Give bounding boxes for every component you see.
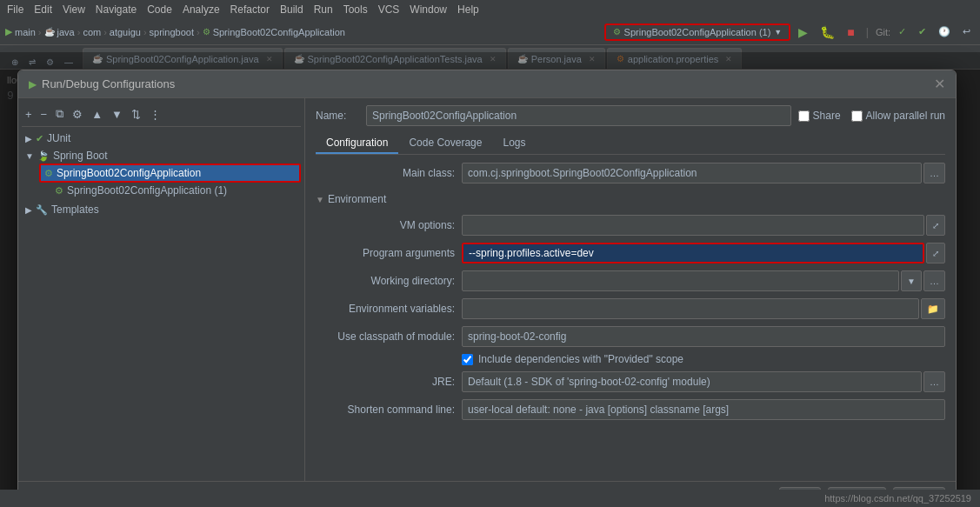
- menu-view[interactable]: View: [63, 3, 85, 16]
- app2-label: SpringBoot02ConfigApplication (1): [67, 184, 227, 197]
- copy-config-button[interactable]: ⧉: [52, 105, 67, 123]
- tree-templates-item[interactable]: ▶ 🔧 Templates: [22, 202, 301, 217]
- debug-button[interactable]: 🐛: [816, 23, 839, 41]
- menu-analyze[interactable]: Analyze: [183, 3, 220, 16]
- sort-button[interactable]: ⇅: [128, 106, 144, 123]
- menu-window[interactable]: Window: [410, 3, 447, 16]
- menu-edit[interactable]: Edit: [34, 3, 52, 16]
- move-up-button[interactable]: ▲: [88, 106, 106, 123]
- config-tree-panel: + − ⧉ ⚙ ▲ ▼ ⇅ ⋮ ▶ ✔ JUnit: [18, 98, 305, 481]
- share-checkbox[interactable]: [798, 110, 810, 122]
- dialog-close-button[interactable]: ✕: [934, 77, 945, 91]
- menu-build[interactable]: Build: [280, 3, 303, 16]
- status-bar: https://blog.csdn.net/qq_37252519: [0, 490, 980, 507]
- run-debug-dialog: ▶ Run/Debug Configurations ✕ + − ⧉ ⚙ ▲ ▼: [17, 70, 957, 507]
- vm-options-expand-button[interactable]: ⤢: [926, 215, 945, 236]
- name-row: Name: Share Allow parallel run: [316, 105, 945, 126]
- working-dir-browse-button[interactable]: …: [923, 270, 945, 291]
- templates-label: Templates: [51, 203, 99, 216]
- program-args-input[interactable]: [462, 243, 924, 264]
- tree-app1-item[interactable]: ⚙ SpringBoot02ConfigApplication: [39, 163, 301, 183]
- menu-navigate[interactable]: Navigate: [96, 3, 137, 16]
- jre-browse-button[interactable]: …: [923, 371, 945, 392]
- program-args-expand-button[interactable]: ⤢: [926, 243, 945, 264]
- menu-run[interactable]: Run: [314, 3, 333, 16]
- tree-app2-item[interactable]: ⚙ SpringBoot02ConfigApplication (1): [39, 183, 301, 198]
- app1-icon: ⚙: [44, 168, 53, 179]
- run-config-label: SpringBoot02ConfigApplication (1): [624, 27, 771, 37]
- git-undo[interactable]: ↩: [958, 24, 975, 39]
- menu-tools[interactable]: Tools: [343, 3, 368, 16]
- stop-button[interactable]: ■: [843, 23, 858, 41]
- spring-boot-expand-arrow: ▼: [25, 151, 34, 161]
- vm-options-input[interactable]: [462, 215, 924, 236]
- tree-spring-boot-item[interactable]: ▼ 🍃 Spring Boot: [22, 148, 301, 163]
- status-url: https://blog.csdn.net/qq_37252519: [824, 493, 971, 504]
- working-dir-dropdown-button[interactable]: ▼: [901, 270, 922, 291]
- run-config-button[interactable]: ⚙ SpringBoot02ConfigApplication (1) ▼: [604, 23, 791, 41]
- classpath-label: Use classpath of module:: [316, 330, 455, 343]
- tree-junit-item[interactable]: ▶ ✔ JUnit: [22, 130, 301, 146]
- more-button[interactable]: ⋮: [146, 106, 164, 123]
- menu-bar: File Edit View Navigate Code Analyze Ref…: [0, 0, 980, 19]
- env-vars-browse-button[interactable]: 📁: [921, 298, 945, 319]
- dropdown-arrow-icon: ▼: [774, 28, 782, 37]
- share-label: Share: [813, 110, 841, 122]
- menu-vcs[interactable]: VCS: [378, 3, 400, 16]
- environment-arrow[interactable]: ▼: [316, 195, 324, 204]
- main-class-input[interactable]: [462, 163, 922, 183]
- tab-logs[interactable]: Logs: [492, 133, 536, 154]
- env-vars-input[interactable]: [462, 298, 919, 319]
- program-args-label: Program arguments: [316, 247, 455, 259]
- vm-options-field-group: ⤢: [462, 215, 945, 236]
- jre-row: JRE: Default (1.8 - SDK of 'spring-boot-…: [316, 370, 945, 393]
- git-tick[interactable]: ✔: [914, 24, 930, 39]
- main-class-browse-button[interactable]: …: [923, 163, 945, 183]
- dialog-body: + − ⧉ ⚙ ▲ ▼ ⇅ ⋮ ▶ ✔ JUnit: [18, 98, 956, 481]
- name-label: Name:: [316, 110, 359, 122]
- menu-help[interactable]: Help: [457, 3, 479, 16]
- dialog-title-icon: ▶: [29, 78, 37, 90]
- dialog-title: Run/Debug Configurations: [42, 77, 175, 90]
- templates-expand-arrow: ▶: [25, 205, 32, 215]
- menu-code[interactable]: Code: [147, 3, 172, 16]
- settings-config-button[interactable]: ⚙: [69, 106, 86, 123]
- run-icon: ⚙: [613, 27, 621, 37]
- classpath-select-wrapper: spring-boot-02-config: [462, 326, 945, 347]
- shorten-select[interactable]: user-local default: none - java [options…: [462, 399, 945, 420]
- move-down-button[interactable]: ▼: [108, 106, 126, 123]
- parallel-checkbox[interactable]: [851, 110, 863, 122]
- run-button[interactable]: ▶: [794, 23, 812, 41]
- dialog-title-bar: ▶ Run/Debug Configurations ✕: [18, 70, 956, 98]
- classpath-select[interactable]: spring-boot-02-config: [462, 326, 945, 347]
- include-deps-label: Include dependencies with "Provided" sco…: [478, 353, 683, 365]
- app2-icon: ⚙: [55, 185, 63, 197]
- add-config-button[interactable]: +: [22, 106, 36, 123]
- env-vars-row: Environment variables: 📁: [316, 297, 945, 320]
- menu-file[interactable]: File: [7, 3, 23, 16]
- remove-config-button[interactable]: −: [37, 106, 51, 123]
- main-class-row: Main class: …: [316, 162, 945, 184]
- include-deps-checkbox[interactable]: [462, 354, 473, 365]
- menu-refactor[interactable]: Refactor: [230, 3, 270, 16]
- env-vars-label: Environment variables:: [316, 303, 455, 315]
- shorten-label: Shorten command line:: [316, 404, 455, 416]
- parallel-checkbox-label[interactable]: Allow parallel run: [851, 110, 945, 122]
- dialog-overlay: ▶ Run/Debug Configurations ✕ + − ⧉ ⚙ ▲ ▼: [0, 52, 980, 507]
- shorten-row: Shorten command line: user-local default…: [316, 398, 945, 421]
- working-dir-input[interactable]: [462, 270, 899, 291]
- git-clock[interactable]: 🕐: [934, 24, 955, 39]
- config-form-panel: Name: Share Allow parallel run: [305, 98, 956, 481]
- environment-section-header: ▼ Environment: [316, 193, 945, 205]
- git-checkmark[interactable]: ✓: [894, 24, 910, 39]
- name-input[interactable]: [366, 105, 791, 126]
- app1-label: SpringBoot02ConfigApplication: [57, 167, 201, 179]
- spring-boot-label: Spring Boot: [53, 150, 108, 162]
- tab-code-coverage[interactable]: Code Coverage: [398, 133, 492, 154]
- config-tabs: Configuration Code Coverage Logs: [316, 133, 945, 155]
- jre-select[interactable]: Default (1.8 - SDK of 'spring-boot-02-co…: [462, 371, 922, 392]
- git-label: Git:: [876, 27, 890, 37]
- tab-configuration[interactable]: Configuration: [316, 133, 398, 154]
- checkboxes-row: Share Allow parallel run: [798, 110, 945, 122]
- share-checkbox-label[interactable]: Share: [798, 110, 841, 122]
